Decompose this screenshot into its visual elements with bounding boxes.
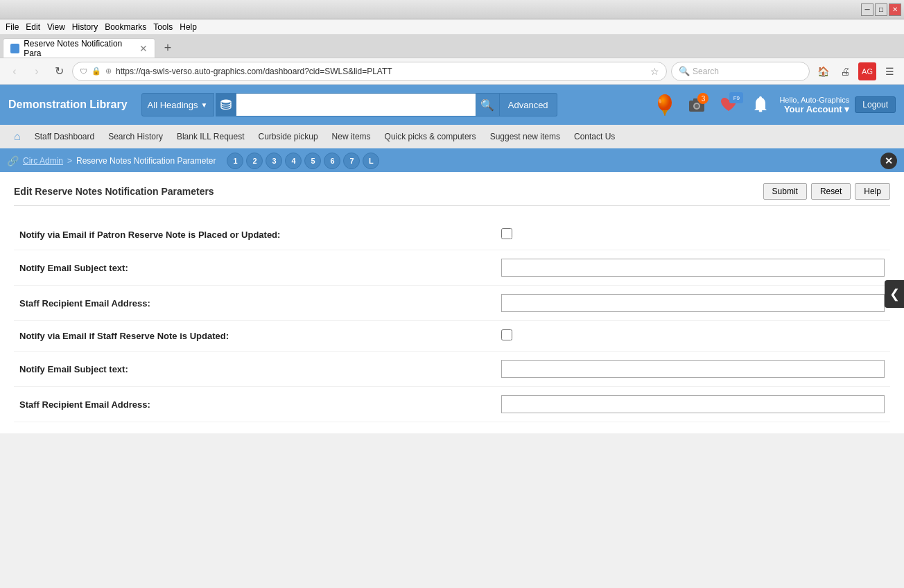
field-label-email-subject-2: Notify Email Subject text: xyxy=(14,352,496,387)
shield-icon: 🛡 xyxy=(80,67,87,76)
browser-tabbar: Reserve Notes Notification Para ✕ + xyxy=(0,35,904,58)
nav-search-history[interactable]: Search History xyxy=(101,124,170,149)
reset-button[interactable]: Reset xyxy=(811,183,851,200)
nav-suggest-new-items[interactable]: Suggest new items xyxy=(483,124,567,149)
page-bubble-6[interactable]: 6 xyxy=(324,153,340,169)
field-control-staff-notify xyxy=(496,321,890,352)
page-bubble-5[interactable]: 5 xyxy=(304,153,321,169)
camera-icon-button[interactable]: 3 xyxy=(684,92,710,118)
chevron-down-icon: ▼ xyxy=(201,101,208,109)
menu-file[interactable]: File xyxy=(6,22,19,32)
back-button[interactable]: ‹ xyxy=(6,62,24,80)
page-bubble-3[interactable]: 3 xyxy=(266,153,282,169)
staff-email-1-input[interactable] xyxy=(501,294,885,312)
menu-bookmarks[interactable]: Bookmarks xyxy=(105,22,146,32)
address-bar[interactable]: 🛡 🔒 ⊕ https://qa-swls-verso.auto-graphic… xyxy=(72,62,667,81)
menu-history[interactable]: History xyxy=(72,22,98,32)
menu-button[interactable]: ☰ xyxy=(880,62,898,80)
page-bubble-7[interactable]: 7 xyxy=(343,153,360,169)
bell-icon-button[interactable] xyxy=(747,92,774,118)
balloon-icon-button[interactable] xyxy=(652,92,678,118)
user-account-link[interactable]: Your Account ▾ xyxy=(779,104,849,114)
page-bubble-L[interactable]: L xyxy=(363,153,379,169)
app-nav: ⌂ Staff Dashboard Search History Blank I… xyxy=(0,125,904,150)
tab-favicon xyxy=(10,44,19,53)
staff-notify-checkbox[interactable] xyxy=(501,329,512,340)
nav-new-items[interactable]: New items xyxy=(325,124,378,149)
field-control-staff-email-2 xyxy=(496,387,890,422)
field-control-patron-notify xyxy=(496,220,890,250)
submit-button[interactable]: Submit xyxy=(763,183,807,200)
nav-curbside[interactable]: Curbside pickup xyxy=(252,124,325,149)
header-buttons: Submit Reset Help xyxy=(763,183,890,200)
advanced-button[interactable]: Advanced xyxy=(500,93,557,116)
svg-point-0 xyxy=(221,100,231,103)
reload-button[interactable]: ↻ xyxy=(50,62,68,80)
tab-label: Reserve Notes Notification Para xyxy=(24,39,135,58)
form-row-staff-notify: Notify via Email if Staff Reserve Note i… xyxy=(14,321,890,352)
close-button[interactable]: ✕ xyxy=(889,3,901,16)
back-arrow-button[interactable]: ❮ xyxy=(885,280,904,308)
nav-quick-picks[interactable]: Quick picks & computers xyxy=(378,124,483,149)
staff-email-2-input[interactable] xyxy=(501,395,885,413)
maximize-button[interactable]: □ xyxy=(875,3,887,16)
print-button[interactable]: 🖨 xyxy=(836,62,854,80)
field-label-staff-email-2: Staff Recipient Email Address: xyxy=(14,387,496,422)
browser-navbar: ‹ › ↻ 🛡 🔒 ⊕ https://qa-swls-verso.auto-g… xyxy=(0,58,904,85)
field-control-email-subject-2 xyxy=(496,352,890,387)
field-control-staff-email-1 xyxy=(496,286,890,321)
close-breadcrumb-button[interactable]: ✕ xyxy=(880,153,897,169)
field-label-staff-notify: Notify via Email if Staff Reserve Note i… xyxy=(14,321,496,352)
url-text: https://qa-swls-verso.auto-graphics.com/… xyxy=(116,67,646,76)
search-button[interactable]: 🔍 xyxy=(476,93,500,116)
page-bubble-1[interactable]: 1 xyxy=(227,153,243,169)
extension-button[interactable]: AG xyxy=(858,62,876,80)
tab-close-button[interactable]: ✕ xyxy=(139,43,148,54)
page-bubble-2[interactable]: 2 xyxy=(246,153,263,169)
heading-select[interactable]: All Headings ▼ xyxy=(141,93,214,116)
help-button[interactable]: Help xyxy=(855,183,890,200)
patron-notify-checkbox[interactable] xyxy=(501,228,512,239)
form-row-email-subject-2: Notify Email Subject text: xyxy=(14,352,890,387)
breadcrumb-separator: > xyxy=(67,156,72,166)
user-greeting: Hello, Auto-Graphics xyxy=(779,96,849,104)
link-icon: 🔗 xyxy=(7,155,19,166)
search-container: All Headings ▼ 🔍 Advanced xyxy=(141,93,557,116)
nav-staff-dashboard[interactable]: Staff Dashboard xyxy=(28,124,102,149)
pagination-bubbles: 1 2 3 4 5 6 7 L xyxy=(227,153,379,169)
nav-blank-ill[interactable]: Blank ILL Request xyxy=(170,124,252,149)
menu-edit[interactable]: Edit xyxy=(26,22,40,32)
svg-point-10 xyxy=(759,110,763,112)
browser-search-placeholder: Search xyxy=(693,67,719,76)
search-input[interactable] xyxy=(236,93,476,116)
new-tab-button[interactable]: + xyxy=(158,38,177,58)
menu-view[interactable]: View xyxy=(47,22,65,32)
email-subject-1-input[interactable] xyxy=(501,259,885,277)
forward-button[interactable]: › xyxy=(28,62,46,80)
page-bubble-4[interactable]: 4 xyxy=(285,153,302,169)
user-info[interactable]: Hello, Auto-Graphics Your Account ▾ xyxy=(779,96,849,114)
heading-select-label: All Headings xyxy=(148,100,198,110)
nav-contact-us[interactable]: Contact Us xyxy=(567,124,622,149)
breadcrumb-circ-admin[interactable]: Circ Admin xyxy=(23,156,63,166)
menu-help[interactable]: Help xyxy=(180,22,197,32)
menu-tools[interactable]: Tools xyxy=(153,22,173,32)
tab-icon: ⊕ xyxy=(105,67,112,76)
library-name: Demonstration Library xyxy=(8,98,128,111)
field-label-patron-notify: Notify via Email if Patron Reserve Note … xyxy=(14,220,496,250)
field-label-staff-email-1: Staff Recipient Email Address: xyxy=(14,286,496,321)
form-row-staff-email-1: Staff Recipient Email Address: xyxy=(14,286,890,321)
app-header: Demonstration Library All Headings ▼ 🔍 A… xyxy=(0,85,904,125)
bookmark-star-icon[interactable]: ☆ xyxy=(650,66,659,77)
pocket-button[interactable]: 🏠 xyxy=(814,62,832,80)
form-row-email-subject-1: Notify Email Subject text: xyxy=(14,250,890,286)
browser-search-box[interactable]: 🔍 Search xyxy=(671,62,810,81)
browser-tab[interactable]: Reserve Notes Notification Para ✕ xyxy=(3,38,155,58)
main-content: Edit Reserve Notes Notification Paramete… xyxy=(0,172,904,433)
email-subject-2-input[interactable] xyxy=(501,360,885,378)
heart-icon-button[interactable]: F9 xyxy=(715,92,742,118)
os-titlebar: ─ □ ✕ xyxy=(0,0,904,19)
nav-home[interactable]: ⌂ xyxy=(7,124,28,149)
logout-button[interactable]: Logout xyxy=(855,96,896,113)
minimize-button[interactable]: ─ xyxy=(861,3,873,16)
